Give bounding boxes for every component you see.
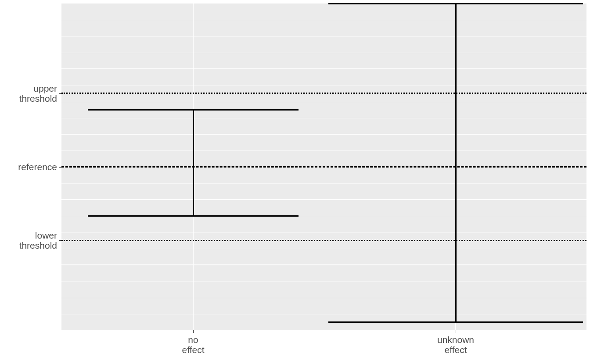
errorbar-unknown-effect-stem xyxy=(455,4,457,322)
upper-threshold-line xyxy=(61,93,586,94)
gridline-h-minor xyxy=(61,20,586,20)
errorbar-no-effect-cap-bottom xyxy=(88,215,299,217)
gridline-h-minor xyxy=(61,118,586,118)
y-label-reference: reference xyxy=(18,162,57,172)
chart-container: upper threshold reference lower threshol… xyxy=(0,0,590,364)
gridline-h-major xyxy=(61,199,586,200)
reference-line xyxy=(61,166,586,168)
gridline-h-minor xyxy=(61,150,586,151)
plot-panel xyxy=(61,4,586,330)
x-label-no-effect: no effect xyxy=(158,335,228,355)
gridline-h-minor xyxy=(61,314,586,314)
gridline-h-minor xyxy=(61,249,586,249)
errorbar-unknown-effect-cap-bottom xyxy=(328,321,583,323)
gridline-h-minor xyxy=(61,183,586,184)
gridline-h-minor xyxy=(61,232,586,233)
gridline-h-major xyxy=(61,264,586,265)
x-tick xyxy=(193,330,194,333)
gridline-h-minor xyxy=(61,102,586,102)
gridline-h-minor xyxy=(61,36,586,37)
gridline-h-minor xyxy=(61,281,586,282)
errorbar-unknown-effect-cap-top xyxy=(328,3,583,4)
gridline-h-minor xyxy=(61,85,586,86)
errorbar-no-effect-stem xyxy=(193,110,194,216)
x-tick xyxy=(456,330,456,333)
lower-threshold-line xyxy=(61,240,586,241)
y-label-lower-threshold: lower threshold xyxy=(19,230,57,250)
gridline-h-major xyxy=(61,134,586,135)
y-tick xyxy=(59,240,61,241)
y-label-upper-threshold: upper threshold xyxy=(19,83,57,103)
x-label-unknown-effect: unknown effect xyxy=(421,335,491,355)
y-tick xyxy=(59,167,61,168)
y-tick xyxy=(59,93,61,94)
errorbar-no-effect-cap-top xyxy=(88,109,299,111)
gridline-h-major xyxy=(61,68,586,69)
gridline-h-minor xyxy=(61,53,586,53)
gridline-h-minor xyxy=(61,298,586,298)
